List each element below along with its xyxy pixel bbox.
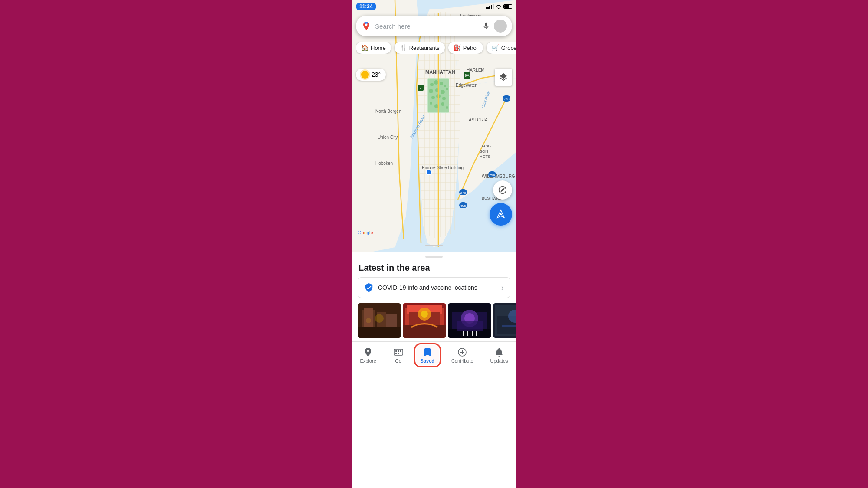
svg-point-37 [434, 80, 438, 85]
svg-text:SON: SON [480, 149, 488, 154]
saved-icon [422, 347, 433, 357]
svg-rect-118 [395, 353, 397, 354]
svg-point-46 [442, 97, 446, 100]
svg-text:9A: 9A [464, 73, 469, 78]
photo-thumb-4[interactable] [493, 303, 516, 338]
updates-label: Updates [490, 358, 508, 364]
restaurant-icon: 🍴 [400, 44, 407, 51]
explore-icon [363, 347, 373, 357]
signal-icon [486, 4, 494, 9]
map-drag-handle [425, 245, 443, 246]
grocery-icon: 🛒 [492, 44, 499, 51]
pill-petrol[interactable]: ⛽ Petrol [448, 42, 483, 54]
covid-banner[interactable]: COVID-19 info and vaccine locations › [358, 277, 510, 298]
svg-text:278: 278 [503, 97, 510, 101]
covid-text: COVID-19 info and vaccine locations [378, 284, 497, 291]
svg-rect-115 [395, 350, 397, 352]
svg-text:Edgewater: Edgewater [456, 83, 477, 88]
svg-rect-104 [457, 321, 483, 331]
photo-thumb-3[interactable] [448, 303, 491, 338]
svg-rect-105 [463, 331, 464, 336]
chevron-right-icon: › [501, 283, 504, 292]
my-location-button[interactable] [490, 203, 512, 226]
saved-label: Saved [421, 358, 434, 364]
pill-groceries-label: Groce... [501, 45, 516, 51]
svg-rect-114 [394, 349, 403, 355]
svg-text:MANHATTAN: MANHATTAN [425, 69, 455, 75]
direction-button[interactable] [493, 180, 512, 200]
svg-text:Google: Google [358, 230, 373, 235]
location-arrow-icon [496, 209, 506, 219]
layer-button[interactable] [495, 69, 512, 86]
svg-point-44 [431, 96, 435, 99]
svg-rect-89 [358, 327, 401, 338]
nav-updates[interactable]: Updates [486, 345, 513, 365]
weather-widget[interactable]: 23° [356, 69, 386, 81]
phone-screen: Hudson River East River North Bergen Uni… [352, 0, 516, 488]
compass-icon [498, 185, 507, 195]
photo-strip [352, 298, 516, 341]
go-label: Go [395, 358, 401, 364]
pill-restaurants[interactable]: 🍴 Restaurants [395, 42, 445, 54]
temperature: 23° [372, 71, 381, 78]
layers-icon [499, 72, 508, 82]
svg-text:9: 9 [420, 86, 422, 90]
svg-text:ASTORIA: ASTORIA [469, 118, 488, 122]
map-view[interactable]: Hudson River East River North Bergen Uni… [352, 0, 516, 252]
svg-text:Union City: Union City [378, 135, 398, 140]
search-bar[interactable]: Search here [356, 16, 512, 36]
svg-text:North Bergen: North Bergen [375, 109, 401, 114]
svg-text:278: 278 [460, 191, 466, 195]
svg-text:Hoboken: Hoboken [375, 161, 393, 166]
svg-rect-116 [398, 350, 399, 352]
svg-point-98 [421, 311, 428, 318]
home-icon: 🏠 [361, 44, 368, 51]
photo-thumb-1[interactable] [358, 303, 401, 338]
google-maps-logo [361, 21, 372, 31]
mic-icon[interactable] [482, 22, 490, 30]
search-placeholder: Search here [375, 23, 478, 30]
pill-petrol-label: Petrol [463, 45, 478, 51]
status-time: 11:34 [356, 3, 376, 10]
pill-restaurants-label: Restaurants [409, 45, 440, 51]
nav-go[interactable]: Go [389, 345, 408, 365]
svg-rect-107 [472, 331, 473, 336]
svg-point-43 [446, 88, 448, 90]
contribute-label: Contribute [451, 358, 473, 364]
nav-contribute[interactable]: Contribute [447, 345, 478, 365]
shield-check-icon [364, 283, 374, 292]
svg-rect-88 [386, 314, 397, 329]
bottom-nav: Explore Go [352, 341, 516, 374]
svg-point-90 [375, 314, 384, 323]
svg-text:495: 495 [460, 204, 466, 208]
pill-groceries[interactable]: 🛒 Groce... [487, 42, 516, 54]
user-avatar[interactable] [494, 20, 507, 33]
updates-icon [494, 347, 504, 357]
status-icons [486, 4, 512, 9]
svg-text:JACK-: JACK- [480, 144, 491, 148]
status-bar: 11:34 [352, 0, 516, 13]
nav-saved[interactable]: Saved [416, 345, 439, 365]
nav-explore[interactable]: Explore [355, 345, 380, 365]
contribute-icon [457, 347, 467, 357]
svg-rect-117 [400, 350, 401, 352]
svg-point-47 [430, 102, 432, 105]
svg-rect-96 [403, 325, 446, 338]
svg-point-38 [440, 82, 443, 85]
svg-point-91 [366, 318, 371, 323]
pill-home[interactable]: 🏠 Home [356, 42, 391, 54]
pill-home-label: Home [371, 45, 386, 51]
svg-point-83 [365, 24, 368, 26]
svg-point-39 [444, 85, 446, 87]
svg-point-50 [446, 106, 448, 109]
svg-rect-106 [467, 331, 468, 336]
latest-area-title: Latest in the area [352, 258, 516, 277]
sun-icon [361, 71, 369, 79]
svg-point-40 [429, 89, 433, 93]
photo-thumb-2[interactable] [403, 303, 446, 338]
svg-point-49 [441, 102, 444, 106]
svg-text:HGTS: HGTS [480, 154, 490, 159]
wifi-icon [496, 4, 502, 9]
go-icon [393, 347, 404, 357]
category-pills: 🏠 Home 🍴 Restaurants ⛽ Petrol 🛒 Groce... [356, 42, 516, 54]
